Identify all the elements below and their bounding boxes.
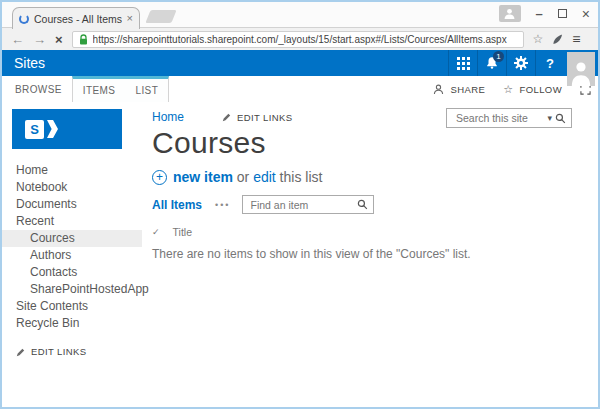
site-search-box[interactable]: ▾ <box>446 108 572 128</box>
browser-titlebar: Courses - All Items × – × <box>2 2 598 28</box>
share-icon <box>433 84 444 95</box>
tab-browse[interactable]: BROWSE <box>2 76 72 102</box>
follow-star-icon: ☆ <box>503 84 513 95</box>
find-item-box[interactable] <box>242 195 374 214</box>
this-list-text: this list <box>280 169 323 185</box>
share-button[interactable]: SHARE <box>450 84 485 95</box>
notification-badge: 1 <box>493 51 504 62</box>
sidebar-item-authors[interactable]: Authors <box>2 247 142 264</box>
forward-icon[interactable]: → <box>33 33 46 46</box>
edit-list-link[interactable]: edit <box>253 169 276 185</box>
find-search-icon[interactable] <box>357 199 368 210</box>
tab-items[interactable]: ITEMS <box>73 79 126 102</box>
profile-person-icon <box>504 8 515 19</box>
browser-toolbar: ← → × https://sharepointtutorials.sharep… <box>2 28 598 50</box>
sidebar-item-sharepointhostedapp[interactable]: SharePointHostedApp <box>2 281 142 298</box>
sidebar-item-home[interactable]: Home <box>2 162 142 179</box>
sidebar-item-contacts[interactable]: Contacts <box>2 264 142 281</box>
suite-bar: Sites 1 ? <box>2 50 598 76</box>
browser-tab[interactable]: Courses - All Items × <box>12 7 140 29</box>
breadcrumb-edit-links[interactable]: EDIT LINKS <box>222 112 293 123</box>
tab-loading-spinner-icon <box>19 14 29 24</box>
list-header-row: ✓ Title <box>152 226 598 238</box>
pencil-icon <box>16 347 26 357</box>
app-launcher-button[interactable] <box>448 50 477 76</box>
ribbon-bar: BROWSE ITEMS LIST SHARE ☆ FOLLOW <box>2 76 598 102</box>
suite-brand[interactable]: Sites <box>2 55 45 71</box>
column-header-title[interactable]: Title <box>173 226 192 238</box>
new-tab-button[interactable] <box>145 10 176 23</box>
view-ellipsis-icon[interactable]: ••• <box>215 200 230 210</box>
tab-list[interactable]: LIST <box>125 79 168 102</box>
stop-icon[interactable]: × <box>55 33 63 46</box>
sidebar-edit-links-label: EDIT LINKS <box>31 346 87 357</box>
sharepoint-logo[interactable]: S <box>12 109 122 149</box>
plus-circle-icon[interactable]: + <box>152 170 167 185</box>
search-scope-caret-icon[interactable]: ▾ <box>547 114 552 123</box>
help-icon: ? <box>546 56 554 71</box>
new-item-link[interactable]: new item <box>173 169 233 185</box>
sidebar: S Home Notebook Documents Recent Cources… <box>2 102 142 407</box>
browser-profile-button[interactable] <box>499 5 521 22</box>
url-text: https://sharepointtutorials.sharepoint.c… <box>93 34 507 45</box>
sidebar-item-site-contents[interactable]: Site Contents <box>2 298 142 315</box>
view-all-items[interactable]: All Items <box>152 198 202 212</box>
tab-close-icon[interactable]: × <box>127 13 133 24</box>
sidebar-edit-links[interactable]: EDIT LINKS <box>2 346 142 357</box>
breadcrumb-edit-links-label: EDIT LINKS <box>237 112 293 123</box>
tab-title: Courses - All Items <box>34 13 122 25</box>
bookmark-star-icon[interactable]: ☆ <box>533 33 544 45</box>
settings-button[interactable] <box>506 50 535 76</box>
sidebar-item-recycle-bin[interactable]: Recycle Bin <box>2 315 142 332</box>
breadcrumb-home-link[interactable]: Home <box>152 110 184 124</box>
sidebar-item-notebook[interactable]: Notebook <box>2 179 142 196</box>
pencil-icon <box>222 112 232 122</box>
site-search-input[interactable] <box>454 111 544 125</box>
menu-icon[interactable]: ≡ <box>572 32 580 46</box>
maximize-icon[interactable] <box>558 9 567 18</box>
sharepoint-logo-chevron-icon <box>47 120 58 138</box>
sharepoint-logo-s-icon: S <box>25 120 44 139</box>
address-bar[interactable]: https://sharepointtutorials.sharepoint.c… <box>72 31 524 48</box>
find-item-input[interactable] <box>248 198 357 212</box>
notifications-button[interactable]: 1 <box>477 50 506 76</box>
follow-button[interactable]: FOLLOW <box>519 84 562 95</box>
sidebar-item-cources[interactable]: Cources <box>2 230 142 247</box>
user-avatar[interactable] <box>567 52 595 86</box>
or-text: or <box>237 169 249 185</box>
apps-grid-icon <box>457 57 470 70</box>
help-button[interactable]: ? <box>535 50 564 76</box>
minimize-icon[interactable]: – <box>536 7 543 20</box>
ribbon-contextual-group: ITEMS LIST <box>72 76 169 102</box>
empty-list-message: There are no items to show in this view … <box>152 247 598 261</box>
sidebar-item-recent[interactable]: Recent <box>2 213 142 230</box>
window-close-icon[interactable]: × <box>582 7 590 21</box>
search-icon[interactable] <box>555 113 566 124</box>
avatar-person-icon <box>571 60 591 86</box>
lock-icon <box>79 34 88 45</box>
back-icon[interactable]: ← <box>11 33 24 46</box>
sidebar-item-documents[interactable]: Documents <box>2 196 142 213</box>
page-title: Courses <box>152 128 598 158</box>
main-content: Home EDIT LINKS ▾ Courses + new item or <box>142 102 598 407</box>
gear-icon <box>514 56 528 70</box>
select-all-check-icon[interactable]: ✓ <box>152 227 160 237</box>
extension-icon[interactable] <box>552 33 563 45</box>
